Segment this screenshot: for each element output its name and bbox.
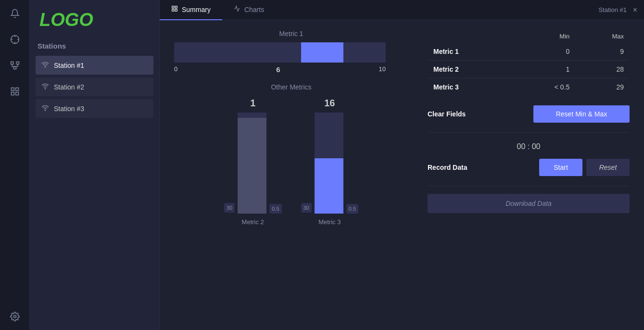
stats-metric3-min: < 0.5 [513,78,575,96]
metric2-value: 1 [250,98,255,109]
station1-label: Station #1 [54,62,84,69]
svg-rect-22 [172,9,174,11]
stats-row-metric2: Metric 2 1 28 [428,61,630,78]
wifi-icon-3 [41,104,49,113]
metric3-value: 16 [324,98,335,109]
metric2-chart: 1 30 0.5 Metric 2 [224,98,282,226]
metric2-label: Metric 2 [242,218,264,226]
metric3-bottom-scale: 0.5 [346,204,358,214]
stats-metric3-name: Metric 3 [428,78,513,96]
metric3-chart: 16 30 0.5 Metric 3 [301,98,359,226]
stats-row-metric3: Metric 3 < 0.5 29 [428,78,630,96]
station3-label: Station #3 [54,105,84,113]
summary-tab-icon [171,5,178,13]
icon-bar [0,0,30,330]
metric2-bar-outer [238,113,266,214]
stats-header-max: Max [575,30,630,43]
tab-summary[interactable]: Summary [160,0,222,20]
main-content: Summary Charts Station #1 × Metric 1 0 [160,0,644,330]
svg-rect-6 [16,62,19,64]
stats-table: Min Max Metric 1 0 9 Metric 2 1 28 [428,30,630,96]
grid-icon[interactable] [6,83,24,100]
clear-fields-row: Clear Fields Reset Min & Max [428,105,630,133]
bell-icon[interactable] [6,5,24,22]
other-metrics-block: Other Metrics 1 30 0.5 [174,83,408,226]
close-button[interactable]: × [633,6,637,14]
network-icon[interactable] [6,57,24,74]
reset-button[interactable]: Reset [586,159,630,176]
metric1-title: Metric 1 [174,30,408,38]
other-metrics-title: Other Metrics [174,83,408,91]
timer-display: 00 : 00 [428,142,630,151]
metric3-bar-wrapper: 30 0.5 [301,113,359,214]
record-data-label: Record Data [428,164,467,171]
svg-point-17 [45,67,45,67]
svg-rect-14 [11,92,14,95]
topbar-station-label: Station #1 [598,6,627,13]
sidebar: LOGO Stations Station #1 Station #2 Stat… [30,0,160,330]
charts-section: Metric 1 0 6 10 Other Metrics 1 [174,30,408,320]
stats-metric1-max: 9 [575,43,630,61]
svg-rect-20 [172,6,174,8]
metric1-block: Metric 1 0 6 10 [174,30,408,74]
stats-header-min: Min [513,30,575,43]
metric2-bar-wrapper: 30 0.5 [224,113,282,214]
reset-min-max-button[interactable]: Reset Min & Max [533,105,630,123]
other-metrics-charts: 1 30 0.5 Metric 2 [174,98,408,226]
stats-panel: Min Max Metric 1 0 9 Metric 2 1 28 [428,30,630,320]
summary-tab-label: Summary [182,6,211,13]
record-buttons: Start Reset [539,159,630,176]
metric1-label-left: 0 [174,65,177,74]
stats-metric2-min: 1 [513,61,575,78]
stats-metric1-min: 0 [513,43,575,61]
svg-rect-5 [11,62,13,64]
svg-point-18 [45,89,45,89]
topbar: Summary Charts Station #1 × [160,0,644,20]
sidebar-item-station2[interactable]: Station #2 [36,77,153,96]
metric3-bar-fill [315,158,343,214]
metric2-top-scale: 30 [224,203,235,213]
metric3-bar-outer [315,113,343,214]
svg-rect-13 [15,88,18,91]
logo: LOGO [36,10,153,30]
svg-rect-15 [15,92,18,95]
crosshair-icon[interactable] [6,31,24,48]
clear-fields-label: Clear Fields [428,110,466,118]
tab-charts[interactable]: Charts [222,0,276,20]
charts-tab-icon [234,5,240,13]
metric2-bottom-scale: 0.5 [269,204,281,214]
metric2-bar-fill [238,118,266,214]
sidebar-item-station3[interactable]: Station #3 [36,99,153,118]
stats-metric1-name: Metric 1 [428,43,513,61]
content-area: Metric 1 0 6 10 Other Metrics 1 [160,20,644,330]
gear-icon[interactable] [6,308,24,325]
metric3-top-scale: 30 [301,203,312,213]
station2-label: Station #2 [54,83,84,91]
record-data-row: Record Data Start Reset [428,159,630,186]
metric1-bar [174,42,386,63]
sidebar-item-station1[interactable]: Station #1 [36,56,153,75]
metric1-label-center: 6 [276,65,280,74]
svg-rect-21 [175,6,177,8]
wifi-icon-1 [41,61,49,70]
stats-row-metric1: Metric 1 0 9 [428,43,630,61]
svg-point-16 [13,316,16,318]
sidebar-title: Stations [36,42,153,50]
svg-rect-12 [11,88,14,91]
wifi-icon-2 [41,82,49,91]
stats-metric2-name: Metric 2 [428,61,513,78]
charts-tab-label: Charts [244,6,264,13]
metric1-bar-fill [301,42,343,63]
start-button[interactable]: Start [539,159,582,176]
metric1-label-right: 10 [379,65,386,74]
stats-metric2-max: 28 [575,61,630,78]
download-data-button[interactable]: Download Data [428,194,630,213]
metric3-label: Metric 3 [318,218,341,226]
svg-point-19 [45,110,45,111]
svg-rect-23 [175,9,177,11]
stats-metric3-max: 29 [575,78,630,96]
